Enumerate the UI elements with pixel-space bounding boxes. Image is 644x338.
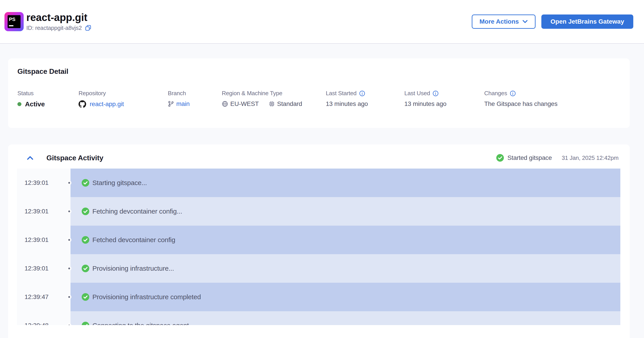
detail-card-title: Gitspace Detail	[18, 67, 619, 76]
machine-chip-icon	[269, 101, 275, 107]
region-machine-label: Region & Machine Type	[222, 90, 326, 97]
activity-log-row: 12:39:01 Provisioning infrastructure...	[17, 254, 620, 283]
field-changes: Changes The Gitspace has changes	[484, 90, 619, 108]
title-block: react-app.git ID: reactappgit-a8vjs2	[26, 12, 91, 31]
machine-type-value: Standard	[277, 100, 302, 107]
log-timestamp: 12:39:01	[17, 197, 70, 226]
region-value: EU-WEST	[230, 100, 259, 107]
log-message: Fetching devcontainer config...	[92, 208, 182, 215]
gitspace-id: ID: reactappgit-a8vjs2	[26, 24, 82, 31]
field-region-machine: Region & Machine Type EU-WEST	[222, 90, 326, 108]
info-icon[interactable]	[359, 90, 365, 96]
activity-log-scroll-area[interactable]: 12:39:01 Starting gitspace... 12:39:01 F…	[17, 169, 620, 325]
log-message: Starting gitspace...	[92, 179, 147, 187]
field-last-started: Last Started 13 minutes ago	[326, 90, 404, 108]
activity-log-row: 12:39:01 Fetching devcontainer config...	[17, 197, 620, 226]
gitspace-detail-card: Gitspace Detail Status Active Repository	[8, 58, 630, 128]
main-content: Gitspace Detail Status Active Repository	[0, 58, 644, 338]
repository-link[interactable]: react-app.git	[90, 101, 124, 108]
gitspace-activity-card: Gitspace Activity Started gitspace 31 Ja…	[8, 144, 630, 338]
log-timestamp: 12:39:47	[17, 283, 70, 311]
changes-value: The Gitspace has changes	[484, 100, 558, 107]
activity-started-at: 31 Jan, 2025 12:42pm	[562, 154, 618, 161]
log-message: Connecting to the gitspace agent...	[92, 322, 194, 325]
phpstorm-logo-icon: PS	[4, 12, 24, 31]
activity-header: Gitspace Activity Started gitspace 31 Ja…	[8, 144, 630, 169]
activity-status-area: Started gitspace 31 Jan, 2025 12:42pm	[496, 154, 618, 162]
gitspace-detail-page: PS react-app.git ID: reactappgit-a8vjs2 …	[0, 0, 644, 338]
page-header: PS react-app.git ID: reactappgit-a8vjs2 …	[0, 0, 644, 44]
status-value: Active	[25, 100, 45, 108]
chevron-down-icon	[522, 20, 528, 23]
log-message: Fetched devcontainer config	[92, 236, 176, 244]
header-actions: More Actions Open JetBrains Gateway	[472, 14, 633, 29]
last-started-value: 13 minutes ago	[326, 100, 368, 107]
status-label: Status	[18, 90, 78, 97]
activity-status-label: Started gitspace	[508, 154, 552, 161]
page-title: react-app.git	[26, 12, 91, 23]
success-check-icon	[82, 322, 89, 325]
timeline-dot-icon	[67, 266, 72, 271]
success-check-icon	[82, 265, 89, 272]
more-actions-button[interactable]: More Actions	[472, 14, 536, 29]
activity-log-row: 12:39:48 Connecting to the gitspace agen…	[17, 311, 620, 325]
repository-label: Repository	[78, 90, 168, 97]
activity-title: Gitspace Activity	[46, 154, 103, 162]
timeline-dot-icon	[67, 295, 72, 299]
info-icon[interactable]	[433, 90, 438, 96]
git-branch-icon	[168, 101, 174, 107]
globe-icon	[222, 101, 228, 107]
detail-fields: Status Active Repository react-app.git	[18, 90, 619, 108]
copy-icon[interactable]	[85, 25, 91, 31]
field-repository: Repository react-app.git	[78, 90, 168, 108]
field-status: Status Active	[18, 90, 78, 108]
field-last-used: Last Used 13 minutes ago	[404, 90, 484, 108]
active-status-dot-icon	[18, 102, 22, 106]
phpstorm-logo-text: PS	[8, 15, 20, 28]
success-check-icon	[82, 236, 89, 244]
open-jetbrains-gateway-button[interactable]: Open JetBrains Gateway	[541, 14, 633, 29]
timeline-dot-icon	[67, 209, 72, 214]
timeline-dot-icon	[67, 181, 72, 185]
info-icon[interactable]	[510, 90, 516, 96]
field-branch: Branch main	[168, 90, 222, 108]
last-used-value: 13 minutes ago	[404, 100, 446, 107]
success-check-icon	[82, 208, 89, 215]
last-used-label: Last Used	[404, 90, 430, 97]
chevron-up-icon[interactable]	[27, 156, 34, 160]
log-message: Provisioning infrastructure completed	[92, 293, 201, 301]
branch-link[interactable]: main	[176, 100, 190, 107]
more-actions-label: More Actions	[480, 18, 519, 25]
success-check-icon	[496, 154, 504, 162]
activity-log-row: 12:39:01 Fetched devcontainer config	[17, 226, 620, 254]
open-gateway-label: Open JetBrains Gateway	[550, 18, 624, 25]
success-check-icon	[82, 293, 89, 301]
log-timestamp: 12:39:48	[17, 311, 70, 325]
success-check-icon	[82, 179, 89, 187]
github-icon	[78, 100, 86, 108]
branch-label: Branch	[168, 90, 222, 97]
last-started-label: Last Started	[326, 90, 356, 97]
timeline-dot-icon	[67, 238, 72, 242]
activity-log-row: 12:39:01 Starting gitspace...	[17, 169, 620, 197]
log-message: Provisioning infrastructure...	[92, 265, 174, 272]
gitspace-id-row: ID: reactappgit-a8vjs2	[26, 24, 91, 31]
log-timestamp: 12:39:01	[17, 169, 70, 197]
log-timestamp: 12:39:01	[17, 254, 70, 283]
activity-log-row: 12:39:47 Provisioning infrastructure com…	[17, 283, 620, 311]
changes-label: Changes	[484, 90, 507, 97]
log-timestamp: 12:39:01	[17, 226, 70, 254]
